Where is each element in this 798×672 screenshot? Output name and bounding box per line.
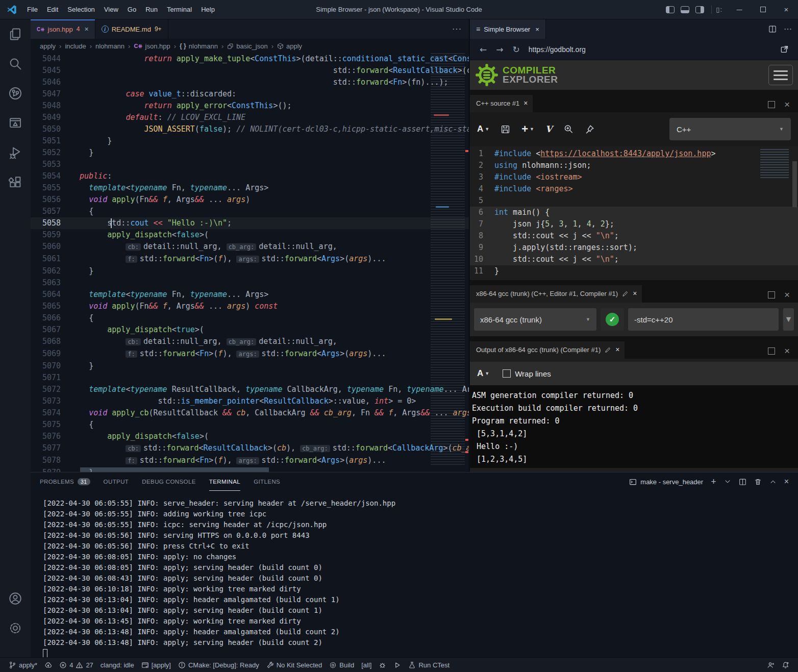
source-pane-tab[interactable]: C++ source #1 × [470,95,533,112]
code-line[interactable]: 5058 std::cout << "Hello :-)\n"; [31,217,469,229]
code-line[interactable]: 5047 case value_t::discarded: [31,88,469,100]
zoom-search-icon[interactable] [563,124,573,134]
back-icon[interactable]: ← [480,44,487,55]
hamburger-menu-icon[interactable] [768,65,793,85]
cmake-build[interactable]: Build [326,658,358,672]
kill-terminal-icon[interactable] [754,478,762,486]
code-line[interactable]: 5044 return apply_make_tuple<ConstThis>(… [31,53,469,65]
code-line[interactable]: 1#include <https://localhost:8443/apply/… [470,148,798,160]
code-line[interactable]: 5077 cb:std::forward<ResultCallback>(cb)… [31,442,469,455]
code-line[interactable]: 5 [470,195,798,207]
menu-selection[interactable]: Selection [63,4,99,15]
minimap[interactable] [431,53,465,466]
toggle-panel-icon[interactable] [681,6,689,13]
maximize-pane-icon[interactable] [768,347,775,355]
menu-go[interactable]: Go [123,4,141,15]
code-line[interactable]: 5045 std::forward<ResultCallback>(cb), [31,65,469,77]
font-size-button[interactable]: A▼ [477,124,489,134]
rename-pencil-icon[interactable] [622,290,629,297]
close-tab-icon[interactable]: × [535,26,539,33]
cmake-panel-icon[interactable] [0,108,31,138]
terminal-output[interactable]: [2022-04-30 06:05:55] INFO: serve_header… [31,491,798,648]
code-line[interactable]: 5065 void apply(Fn&& f, Args&& ... args)… [31,301,469,312]
close-pane-icon[interactable]: × [615,345,619,354]
code-line[interactable]: 8 std::cout << j << "\n"; [470,230,798,242]
code-line[interactable]: 5071 [31,372,469,384]
minimize-button[interactable]: ─ [728,0,751,19]
search-icon[interactable] [0,49,31,79]
code-line[interactable]: 7 json j{5, 3, 1, 4, 2}; [470,218,798,230]
publish-changes[interactable] [41,658,56,672]
breadcrumb-item-apply[interactable]: apply [40,42,56,50]
close-tab-icon[interactable]: × [84,25,88,33]
font-size-button[interactable]: A▼ [477,368,489,379]
code-line[interactable]: 5064 template<typename Fn, typename... A… [31,289,469,301]
tab-json-hpp[interactable]: C⧺ json.hpp 4 × [31,19,95,39]
explorer-icon[interactable] [0,19,31,49]
code-line[interactable]: 5075 { [31,419,469,431]
maximize-pane-icon[interactable] [768,291,775,298]
menu-edit[interactable]: Edit [42,4,63,15]
rename-pencil-icon[interactable] [605,346,611,353]
split-terminal-icon[interactable] [739,478,746,486]
cmake-kit[interactable]: No Kit Selected [263,658,326,672]
vim-toggle-button[interactable]: V [545,124,552,134]
source-control-icon[interactable] [0,79,31,108]
cmake-run[interactable] [390,658,405,672]
code-line[interactable]: 5061 f:std::forward<Fn>(f), args:std::fo… [31,253,469,265]
breadcrumb-item-nlohmann[interactable]: { }nlohmann [180,42,218,50]
cmake-target[interactable]: [all] [358,658,375,672]
close-pane-icon[interactable]: × [633,289,637,297]
toggle-secondary-sidebar-icon[interactable] [695,6,704,13]
menu-help[interactable]: Help [196,4,219,15]
problems-status[interactable]: 427 [56,658,97,672]
code-line[interactable]: 6int main() { [470,207,798,218]
code-line[interactable]: 5076 apply_dispatch<false>( [31,431,469,442]
git-branch-status[interactable]: apply* [5,658,41,672]
compiler-explorer-logo[interactable]: COMPILER EXPLORER [475,63,558,87]
split-editor-icon[interactable] [768,25,777,33]
code-line[interactable]: 5070 } [31,360,469,372]
tab-simple-browser[interactable]: ≡ Simple Browser × [470,19,546,39]
open-external-icon[interactable] [780,45,789,54]
breadcrumb-item-json.hpp[interactable]: C⧺json.hpp [134,42,170,50]
terminal-dropdown-icon[interactable] [724,478,731,485]
close-panel-icon[interactable]: × [784,477,789,486]
code-line[interactable]: 5053 [31,159,469,170]
code-line[interactable]: 5069 f:std::forward<Fn>(f), args:std::fo… [31,348,469,360]
output-pane-tab[interactable]: Output of x86-64 gcc (trunk) (Compiler #… [470,341,625,359]
toggle-sidebar-icon[interactable] [666,6,675,13]
compiler-options-input[interactable]: -std=c++20 [628,308,779,331]
close-pane-icon[interactable]: × [523,99,528,107]
code-line[interactable]: 5063 [31,277,469,289]
maximize-pane-icon[interactable] [768,101,775,108]
code-line[interactable]: 5055 template<typename Fn, typename... A… [31,182,469,194]
code-line[interactable]: 5074 void apply_cb(ResultCallback && cb,… [31,407,469,419]
cmake-debug[interactable] [375,658,390,672]
code-line[interactable]: 5054 public: [31,170,469,182]
menu-run[interactable]: Run [141,4,162,15]
code-line[interactable]: 5051 } [31,135,469,147]
code-line[interactable]: 3#include <iostream> [470,171,798,183]
run-debug-icon[interactable] [0,138,31,167]
breadcrumb-item-basic_json[interactable]: basic_json [227,42,267,50]
code-line[interactable]: 5060 cb:detail::null_arg, cb_arg:detail:… [31,241,469,253]
code-line[interactable]: 10 std::cout << j << "\n"; [470,254,798,265]
close-pane-icon[interactable]: × [784,101,790,108]
clangd-status[interactable]: clangd: idle [97,658,138,672]
save-icon[interactable] [501,125,510,134]
more-actions-icon[interactable]: ··· [784,24,792,34]
add-pane-button[interactable]: +▼ [521,122,534,136]
pin-share-icon[interactable] [585,125,594,134]
customize-layout-icon[interactable]: ▯: [716,6,722,13]
extensions-icon[interactable] [0,167,31,197]
code-line[interactable]: 9 j.apply(std::ranges::sort); [470,242,798,254]
close-pane-icon[interactable]: × [784,291,790,298]
code-line[interactable]: 5073 std::is_member_pointer<ResultCallba… [31,395,469,407]
settings-gear-icon[interactable] [0,613,31,643]
code-editor[interactable]: 5044 return apply_make_tuple<ConstThis>(… [31,53,469,472]
code-line[interactable]: 5048 return apply_error<ConstThis>(); [31,100,469,112]
new-terminal-icon[interactable]: + [711,477,716,487]
close-window-button[interactable]: × [775,0,798,19]
code-line[interactable]: 11} [470,265,798,277]
